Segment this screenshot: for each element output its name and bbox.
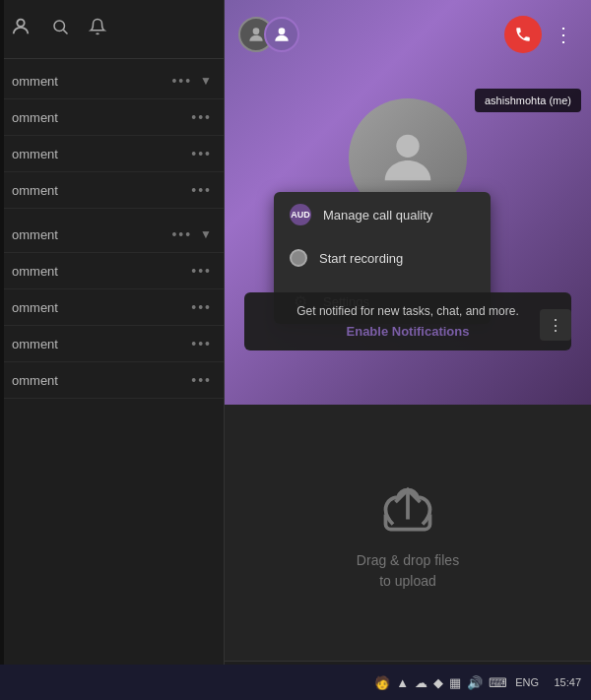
- taskbar-app1-icon: ◆: [433, 675, 443, 690]
- toast-text: Get notified for new tasks, chat, and mo…: [258, 304, 558, 318]
- item-dots-8[interactable]: •••: [191, 336, 212, 351]
- sidebar-item-8[interactable]: omment •••: [0, 326, 224, 362]
- sidebar-item-3[interactable]: omment •••: [0, 136, 224, 172]
- sidebar-item-label-7: omment: [12, 300, 58, 315]
- sidebar-item-label-6: omment: [12, 264, 58, 279]
- item-left-5: omment: [12, 227, 58, 242]
- notification-toast: Get notified for new tasks, chat, and mo…: [244, 292, 571, 350]
- taskbar-lang: ENG: [515, 676, 539, 688]
- upload-text: Drag & drop files to upload: [357, 550, 459, 592]
- left-edge: [0, 0, 4, 665]
- sidebar-item-label-4: omment: [12, 183, 58, 198]
- sidebar-item-label-3: omment: [12, 147, 58, 161]
- item-dots-1[interactable]: •••: [171, 73, 192, 89]
- call-avatars: [238, 17, 299, 52]
- upload-panel: Drag & drop files to upload: [225, 405, 591, 665]
- sidebar-item-9[interactable]: omment •••: [0, 362, 224, 399]
- svg-point-3: [253, 28, 260, 34]
- record-icon: [290, 249, 307, 267]
- manage-call-quality-item[interactable]: AUD Manage call quality: [274, 192, 491, 237]
- item-dots-4[interactable]: •••: [191, 182, 212, 198]
- upload-text-line1: Drag & drop files: [357, 552, 459, 568]
- taskbar: 🧑 ▲ ☁ ◆ ▦ 🔊 ⌨ ENG 15:47: [0, 665, 591, 700]
- start-recording-label: Start recording: [319, 251, 403, 266]
- call-controls-right: ⋮: [504, 16, 577, 53]
- sidebar-item-6[interactable]: omment •••: [0, 253, 224, 289]
- upload-icon: [378, 477, 437, 537]
- item-dots-5[interactable]: •••: [171, 226, 192, 242]
- user-badge-text: ashishmohta (me): [485, 95, 571, 106]
- user-badge: ashishmohta (me): [475, 89, 581, 112]
- sidebar-item-label-9: omment: [12, 373, 58, 388]
- upload-text-line2: to upload: [379, 573, 436, 589]
- chevron-down-icon-1: ▼: [200, 74, 212, 88]
- sidebar-item-label-8: omment: [12, 337, 58, 351]
- avatar-icon: [10, 16, 32, 42]
- call-top-bar: ⋮: [225, 0, 591, 69]
- toast-more-button[interactable]: ⋮: [540, 309, 571, 341]
- taskbar-arrow-icon: ▲: [396, 675, 409, 690]
- start-recording-item[interactable]: Start recording: [274, 237, 491, 279]
- svg-point-1: [54, 21, 65, 32]
- sidebar-group-2: omment ••• ▼: [0, 217, 224, 253]
- end-call-button[interactable]: [504, 16, 542, 53]
- sidebar: omment ••• ▼ omment ••• omment ••• ommen…: [0, 0, 225, 665]
- enable-notifications-link[interactable]: Enable Notifications: [258, 324, 558, 339]
- manage-call-quality-label: Manage call quality: [323, 208, 432, 223]
- taskbar-system-icons: 🧑 ▲ ☁ ◆ ▦ 🔊 ⌨: [374, 675, 507, 690]
- svg-line-2: [63, 30, 67, 33]
- search-icon[interactable]: [51, 18, 69, 40]
- svg-point-0: [17, 20, 24, 27]
- sidebar-item-2[interactable]: omment •••: [0, 99, 224, 136]
- item-dots-7[interactable]: •••: [191, 299, 212, 315]
- sidebar-item-label-1: omment: [12, 74, 58, 89]
- taskbar-cloud-icon: ☁: [415, 675, 427, 690]
- chevron-down-icon-2: ▼: [200, 227, 212, 241]
- avatar-other: [264, 17, 299, 52]
- item-dots-9[interactable]: •••: [191, 372, 212, 388]
- sidebar-group-1: omment ••• ▼: [0, 63, 224, 99]
- call-area: ⋮ ashishmohta (me) AUD Manage call quali…: [225, 0, 591, 405]
- taskbar-time: 15:47: [547, 676, 581, 688]
- more-options-button[interactable]: ⋮: [550, 19, 577, 50]
- sidebar-list: omment ••• ▼ omment ••• omment ••• ommen…: [0, 59, 224, 399]
- item-dots-3[interactable]: •••: [191, 146, 212, 161]
- sidebar-item-label-2: omment: [12, 110, 58, 125]
- sidebar-item-4[interactable]: omment •••: [0, 172, 224, 209]
- item-dots-6[interactable]: •••: [191, 263, 212, 279]
- item-dots-2[interactable]: •••: [191, 109, 212, 125]
- taskbar-user-icon: 🧑: [374, 675, 390, 690]
- svg-point-5: [396, 135, 419, 158]
- svg-point-4: [279, 28, 286, 34]
- item-left-1: omment: [12, 74, 58, 89]
- sidebar-icon-bar: [0, 0, 224, 59]
- aud-icon: AUD: [290, 204, 311, 225]
- taskbar-keyboard-icon: ⌨: [489, 675, 507, 690]
- taskbar-display-icon: ▦: [449, 675, 461, 690]
- sidebar-item-7[interactable]: omment •••: [0, 289, 224, 326]
- bell-icon[interactable]: [89, 18, 106, 40]
- sidebar-item-label-5: omment: [12, 227, 58, 242]
- taskbar-volume-icon[interactable]: 🔊: [467, 675, 483, 690]
